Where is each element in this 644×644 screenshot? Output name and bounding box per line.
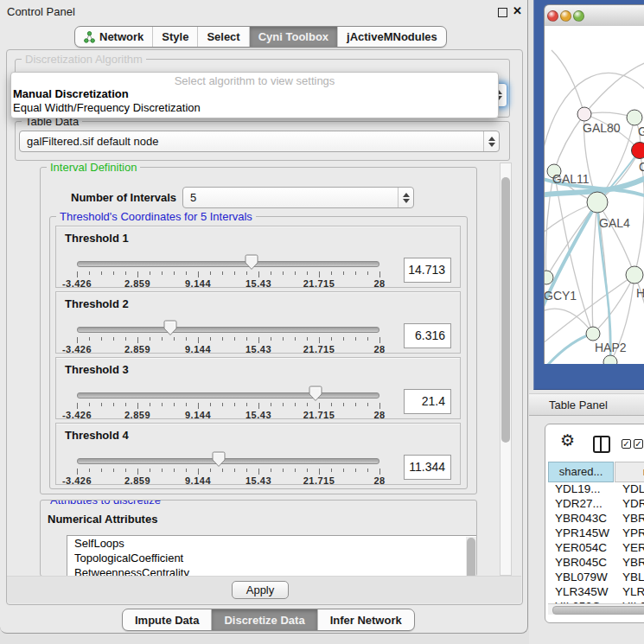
threshold-value-field[interactable]: 6.316 [404,323,451,348]
attribute-item[interactable]: SelfLoops [67,536,477,551]
node-gal4[interactable] [587,192,608,213]
column-header[interactable]: na [615,462,644,482]
tick-mark [271,403,271,406]
table-data-combobox[interactable]: galFiltered.sif default node [19,131,500,152]
tick-label: 21.715 [303,475,335,486]
tick-label: -3.426 [62,344,92,354]
algorithm-option[interactable]: Manual Discretization [11,87,498,101]
apply-button[interactable]: Apply [232,581,289,599]
node-red-selected[interactable] [632,143,644,159]
number-of-intervals-combobox[interactable]: 5 [182,187,414,208]
algorithm-option[interactable]: Equal Width/Frequency Discretization [11,101,498,115]
table-cell: YBR0 [615,512,644,525]
tab-discretize-data[interactable]: Discretize Data [211,609,316,630]
tick-mark [174,403,175,406]
tab-label: Select [207,30,239,43]
tick-mark [355,403,356,406]
node-label: GCY1 [545,289,577,303]
tick-mark [174,469,175,472]
combo-value: 5 [190,191,196,204]
node-label: GAL11 [552,172,590,186]
tick-mark [283,469,284,472]
split-columns-icon[interactable] [593,436,610,453]
tab-jactivemnodules[interactable]: jActiveMNodules [337,27,446,47]
gear-icon[interactable]: ⚙ [560,430,575,450]
checkbox-icon[interactable]: ✓ [622,439,631,449]
table-row[interactable]: YBR043CYBR0 [548,511,644,526]
tab-style[interactable]: Style [152,27,197,47]
node-gcy1[interactable] [545,271,553,284]
tick-label: 9.144 [185,475,211,486]
list-scrollbar[interactable] [466,537,476,577]
float-window-icon[interactable] [498,8,507,17]
tab-infer-network[interactable]: Infer Network [317,609,414,630]
tick-mark [367,469,368,472]
tab-select[interactable]: Select [197,27,248,47]
node-gal80[interactable] [577,107,591,121]
tick-mark [331,469,332,472]
network-icon [84,31,95,43]
tick-mark [198,337,199,343]
attribute-item[interactable]: TopologicalCoefficient [67,551,477,565]
tick-label: 2.859 [124,410,150,420]
node-partial-top-right[interactable] [627,110,642,125]
tick-label: -3.426 [62,278,92,289]
tick-mark [150,337,150,341]
tick-mark [210,403,211,406]
slider-track[interactable] [77,327,379,333]
threshold-slider[interactable] [77,261,379,268]
tick-mark [283,403,284,406]
table-row[interactable]: YDL19...YDL1 [548,481,644,496]
tick-label: 15.43 [245,278,271,289]
tick-mark [77,271,78,277]
slider-thumb[interactable] [163,320,177,336]
slider-thumb[interactable] [309,386,322,402]
table-cell: YDR2 [615,497,644,510]
node-partial-right[interactable] [626,266,643,284]
numerical-attributes-list[interactable]: SelfLoopsTopologicalCoefficientBetweenne… [67,535,477,577]
minimize-traffic-light[interactable] [560,10,571,22]
table-row[interactable]: YBR045CYBR0 [548,555,644,570]
tick-mark [367,271,368,275]
column-header[interactable]: shared... [548,462,614,482]
table-row[interactable]: YLR345WYLR3 [548,584,644,599]
slider-track[interactable] [77,261,379,267]
threshold-slider[interactable] [77,458,379,465]
tab-impute-data[interactable]: Impute Data [123,609,211,630]
zoom-traffic-light[interactable] [573,10,584,22]
checkbox-icon[interactable]: ✓ [634,439,643,449]
tick-mark [246,271,247,275]
slider-thumb[interactable] [212,451,226,468]
tick-mark [355,469,356,472]
node-hap2[interactable] [586,327,600,341]
pane-scrollbar-thumb[interactable] [501,177,510,443]
table-header-row: shared...na [548,462,644,482]
node-partial-bottom[interactable] [603,355,617,364]
network-canvas[interactable]: GAL80 GAL C GAL11 GAL4 GCY1 H HAP2 [545,26,644,364]
table-row[interactable]: YBL079WYBL0 [548,570,644,584]
top-tab-bar: NetworkStyleSelectCyni ToolboxjActiveMNo… [74,26,447,48]
tab-network[interactable]: Network [75,27,152,47]
tick-mark [77,403,78,409]
table-row[interactable]: YER054CYER0 [548,540,644,555]
threshold-value-field[interactable]: 14.713 [404,258,451,283]
threshold-value-field[interactable]: 21.4 [404,389,451,414]
table-row[interactable]: YPR145WYPR1 [548,526,644,540]
threshold-slider[interactable] [77,392,379,399]
table-row[interactable]: YDR27...YDR2 [548,496,644,511]
tab-cyni-toolbox[interactable]: Cyni Toolbox [249,27,337,47]
threshold-value-field[interactable]: 11.344 [404,455,451,480]
threshold-slider[interactable] [77,327,379,334]
slider-thumb[interactable] [245,254,258,271]
table-h-scrollbar[interactable] [548,603,644,615]
close-traffic-light[interactable] [547,10,558,22]
tick-mark [113,337,114,341]
node-table-card: ⚙ ✓ ✓ shared...na YDL19...YDL1YDR27...YD… [545,424,644,623]
close-icon[interactable]: ✕ [513,4,522,17]
threshold-label: Threshold 3 [65,363,129,376]
slider-track[interactable] [77,392,379,399]
slider-track[interactable] [77,458,379,464]
combo-stepper-icon [483,131,499,151]
table-cell: YDR27... [548,497,615,510]
tab-label: Cyni Toolbox [258,30,328,43]
